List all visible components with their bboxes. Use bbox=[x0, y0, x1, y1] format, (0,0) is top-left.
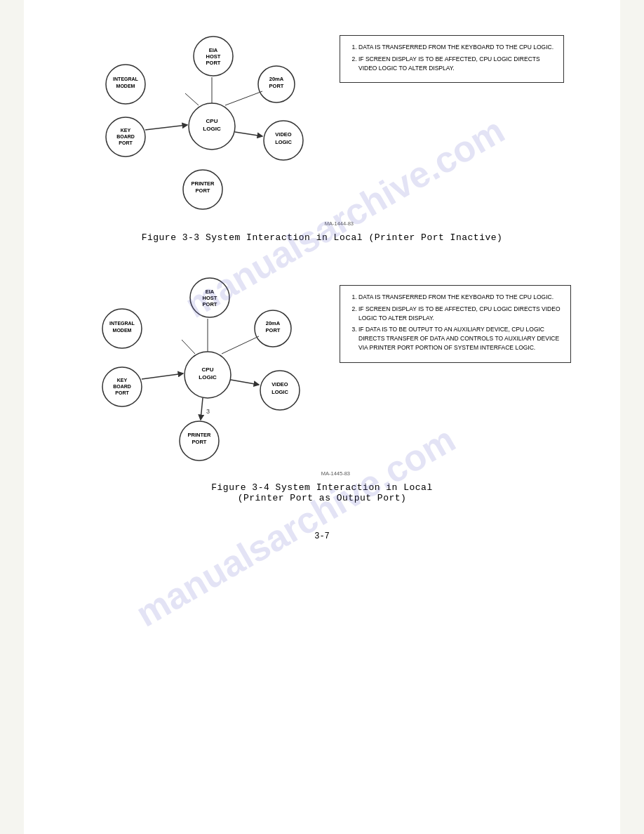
svg-line-23 bbox=[145, 125, 187, 130]
figure3-info-item-2: IF SCREEN DISPLAY IS TO BE AFFECTED, CPU… bbox=[358, 55, 555, 73]
svg-text:PORT: PORT bbox=[119, 140, 133, 145]
svg-text:EIA: EIA bbox=[206, 289, 215, 295]
figure4-info-box: DATA IS TRANSFERRED FROM THE KEYBOARD TO… bbox=[340, 285, 571, 363]
page-number: 3-7 bbox=[52, 531, 592, 541]
svg-text:CPU: CPU bbox=[202, 366, 214, 373]
figure3-info-box: DATA IS TRANSFERRED FROM THE KEYBOARD TO… bbox=[340, 35, 564, 83]
svg-text:HOST: HOST bbox=[203, 295, 217, 301]
svg-text:PORT: PORT bbox=[192, 439, 207, 445]
svg-text:LOGIC: LOGIC bbox=[271, 389, 288, 395]
svg-text:LOGIC: LOGIC bbox=[275, 139, 292, 145]
svg-text:KEY: KEY bbox=[121, 128, 131, 133]
svg-text:HOST: HOST bbox=[206, 53, 221, 60]
figure4-info-item-2: IF SCREEN DISPLAY IS TO BE AFFECTED, CPU… bbox=[358, 305, 562, 323]
figure3-info-item-1: DATA IS TRANSFERRED FROM THE KEYBOARD TO… bbox=[358, 43, 555, 52]
svg-line-57 bbox=[222, 336, 259, 354]
svg-text:3: 3 bbox=[206, 408, 210, 415]
svg-text:VIDEO: VIDEO bbox=[271, 381, 288, 388]
svg-line-56 bbox=[182, 340, 195, 354]
svg-text:PORT: PORT bbox=[269, 83, 284, 89]
figure3-diagram: EIA HOST PORT INTEGRAL MODEM 20mA PORT C… bbox=[52, 21, 333, 218]
svg-text:20mA: 20mA bbox=[266, 320, 281, 326]
svg-text:LOGIC: LOGIC bbox=[199, 374, 217, 380]
svg-line-24 bbox=[235, 132, 262, 136]
svg-text:PORT: PORT bbox=[115, 390, 129, 395]
figure3-caption: Figure 3-3 System Interaction in Local (… bbox=[52, 232, 592, 243]
svg-text:EIA: EIA bbox=[209, 47, 218, 53]
svg-text:LOGIC: LOGIC bbox=[203, 126, 221, 132]
svg-text:MODEM: MODEM bbox=[116, 84, 135, 88]
figure4-info-item-3: IF DATA IS TO BE OUTPUT TO AN AUXILIARY … bbox=[358, 325, 562, 352]
svg-text:PORT: PORT bbox=[203, 301, 217, 307]
svg-line-52 bbox=[231, 380, 259, 385]
svg-text:PRINTER: PRINTER bbox=[192, 180, 215, 187]
svg-text:CPU: CPU bbox=[206, 118, 218, 124]
svg-text:MODEM: MODEM bbox=[113, 328, 132, 333]
svg-text:VIDEO: VIDEO bbox=[275, 131, 292, 138]
figure4-caption: Figure 3-4 System Interaction in Local (… bbox=[52, 482, 592, 503]
figure4-diagram: EIA HOST PORT INTEGRAL MODEM 20mA PORT C… bbox=[52, 264, 333, 468]
svg-text:KEY: KEY bbox=[117, 378, 128, 383]
figure4-ma-label: MA-1445-83 bbox=[52, 470, 592, 477]
svg-text:20mA: 20mA bbox=[269, 76, 284, 82]
svg-text:PORT: PORT bbox=[266, 327, 281, 333]
svg-line-53 bbox=[201, 398, 203, 420]
svg-text:PORT: PORT bbox=[196, 187, 210, 194]
svg-text:PORT: PORT bbox=[206, 60, 221, 66]
figure4-info-item-1: DATA IS TRANSFERRED FROM THE KEYBOARD TO… bbox=[358, 293, 562, 302]
svg-text:INTEGRAL: INTEGRAL bbox=[109, 321, 135, 326]
svg-text:PRINTER: PRINTER bbox=[188, 432, 212, 438]
figure3-ma-label: MA-1444-83 bbox=[52, 220, 592, 227]
svg-text:BOARD: BOARD bbox=[113, 384, 131, 389]
figure4-section: EIA HOST PORT INTEGRAL MODEM 20mA PORT C… bbox=[52, 264, 592, 468]
svg-text:BOARD: BOARD bbox=[116, 134, 135, 139]
svg-line-27 bbox=[225, 91, 262, 105]
figure3-section: EIA HOST PORT INTEGRAL MODEM 20mA PORT C… bbox=[52, 21, 592, 218]
svg-line-51 bbox=[142, 373, 183, 379]
svg-text:INTEGRAL: INTEGRAL bbox=[113, 77, 139, 81]
svg-line-26 bbox=[185, 93, 199, 105]
